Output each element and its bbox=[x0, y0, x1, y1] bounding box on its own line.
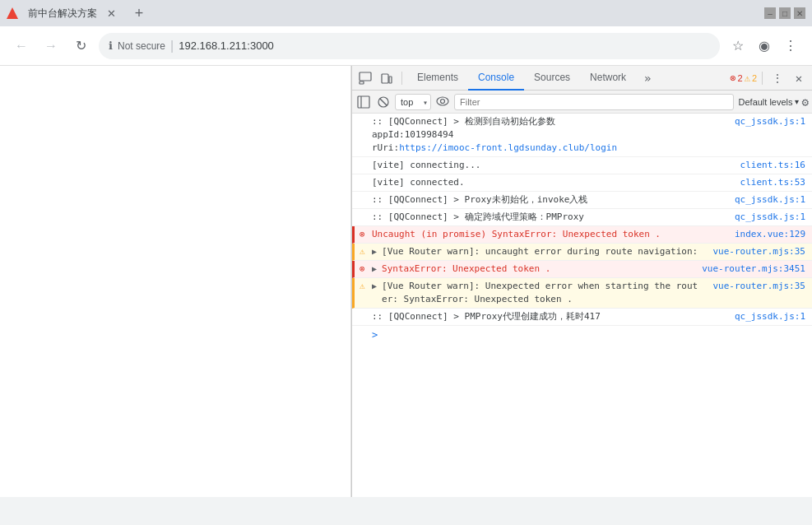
tab-console[interactable]: Console bbox=[468, 66, 524, 91]
forward-btn[interactable]: → bbox=[39, 35, 63, 58]
console-msg-3-source[interactable]: client.ts:53 bbox=[740, 176, 805, 189]
menu-btn[interactable]: ⋮ bbox=[779, 35, 802, 58]
profile-btn[interactable]: ◉ bbox=[753, 35, 776, 58]
console-msg-9: ⚠ ▶ [Vue Router warn]: Unexpected error … bbox=[352, 278, 812, 309]
devtools-tabs: Elements Console Sources Network » bbox=[407, 66, 728, 91]
console-msg-5: :: [QQConnect] > 确定跨域代理策略：PMProxy qc_jss… bbox=[352, 209, 812, 226]
tab-favicon bbox=[7, 7, 18, 19]
console-msg-1: :: [QQConnect] > 检测到自动初始化参数 appId:101998… bbox=[352, 114, 812, 157]
console-settings-btn[interactable]: ⚙ bbox=[802, 95, 809, 109]
device-toggle-btn[interactable] bbox=[377, 68, 397, 88]
svg-rect-3 bbox=[389, 77, 392, 83]
title-bar: 前中台解决方案 ✕ + – □ ✕ bbox=[0, 0, 812, 26]
devtools-panel: Elements Console Sources Network » ⊗ 2 ⚠… bbox=[351, 66, 812, 497]
svg-rect-2 bbox=[382, 74, 388, 83]
toolbar-sep2 bbox=[762, 72, 763, 85]
console-msg-10: :: [QQConnect] > PMProxy代理创建成功，耗时417 qc_… bbox=[352, 309, 812, 326]
tab-elements[interactable]: Elements bbox=[407, 66, 468, 91]
expand-btn-9[interactable]: ▶ bbox=[372, 280, 377, 293]
prompt-arrow: > bbox=[372, 329, 378, 341]
console-messages[interactable]: :: [QQConnect] > 检测到自动初始化参数 appId:101998… bbox=[352, 114, 812, 497]
console-msg-9-text: [Vue Router warn]: Unexpected error when… bbox=[382, 280, 703, 306]
console-msg-6-source[interactable]: index.vue:129 bbox=[735, 228, 805, 241]
console-msg-5-source[interactable]: qc_jssdk.js:1 bbox=[735, 211, 805, 224]
address-actions: ☆ ◉ ⋮ bbox=[726, 35, 802, 58]
console-msg-2-text: [vite] connecting... bbox=[372, 159, 731, 172]
console-msg-2-source[interactable]: client.ts:16 bbox=[740, 159, 805, 172]
back-btn[interactable]: ← bbox=[10, 35, 33, 58]
console-msg-1-source[interactable]: qc_jssdk.js:1 bbox=[735, 115, 805, 128]
svg-point-9 bbox=[441, 99, 445, 103]
console-msg-4-source[interactable]: qc_jssdk.js:1 bbox=[735, 193, 805, 207]
eye-icon[interactable] bbox=[436, 95, 449, 109]
warn-triangle-icon: ⚠ bbox=[745, 72, 750, 84]
context-select-wrap: top bbox=[395, 94, 431, 110]
expand-btn-7[interactable]: ▶ bbox=[372, 245, 377, 258]
expand-btn-8[interactable]: ▶ bbox=[372, 262, 377, 276]
url-display[interactable]: 192.168.1.211:3000 bbox=[179, 39, 274, 52]
console-msg-5-text: :: [QQConnect] > 确定跨域代理策略：PMProxy bbox=[372, 211, 725, 224]
maximize-btn[interactable]: □ bbox=[779, 7, 791, 19]
error-circle-icon: ⊗ bbox=[730, 72, 735, 84]
console-msg-8-source[interactable]: vue-router.mjs:3451 bbox=[702, 262, 805, 276]
msg-link[interactable]: https://imooc-front.lgdsunday.club/login bbox=[399, 142, 617, 153]
console-msg-8-text: SyntaxError: Unexpected token . bbox=[382, 262, 692, 276]
address-input-wrap[interactable]: ℹ Not secure | 192.168.1.211:3000 bbox=[99, 33, 720, 59]
devtools-more-btn[interactable]: ⋮ bbox=[768, 68, 787, 88]
console-msg-10-text: :: [QQConnect] > PMProxy代理创建成功，耗时417 bbox=[372, 310, 725, 323]
warn-icon-7: ⚠ bbox=[360, 245, 365, 258]
close-btn[interactable]: ✕ bbox=[794, 7, 805, 19]
security-icon: ℹ bbox=[109, 39, 113, 52]
default-levels-select[interactable]: Default levels ▾ bbox=[739, 97, 799, 107]
error-count[interactable]: 2 bbox=[738, 73, 743, 83]
tab-sources[interactable]: Sources bbox=[524, 66, 580, 91]
window-controls: – □ ✕ bbox=[764, 7, 805, 19]
tab-network[interactable]: Network bbox=[580, 66, 636, 91]
console-clear-btn[interactable] bbox=[375, 94, 392, 110]
more-tabs-btn[interactable]: » bbox=[638, 68, 657, 88]
console-msg-9-source[interactable]: vue-router.mjs:35 bbox=[712, 280, 805, 293]
svg-rect-4 bbox=[358, 96, 369, 108]
warn-count[interactable]: 2 bbox=[752, 73, 757, 83]
console-msg-2: [vite] connecting... client.ts:16 bbox=[352, 157, 812, 174]
inspect-element-btn[interactable] bbox=[355, 68, 375, 88]
devtools-close-btn[interactable]: ✕ bbox=[789, 68, 809, 88]
tab-close-btn[interactable]: ✕ bbox=[107, 7, 116, 20]
bookmark-btn[interactable]: ☆ bbox=[726, 35, 749, 58]
refresh-btn[interactable]: ↻ bbox=[69, 35, 92, 58]
url-separator: | bbox=[170, 39, 174, 53]
console-msg-3: [vite] connected. client.ts:53 bbox=[352, 174, 812, 192]
devtools-right-controls: ⊗ 2 ⚠ 2 ⋮ ✕ bbox=[730, 68, 809, 88]
minimize-btn[interactable]: – bbox=[764, 7, 776, 19]
not-secure-label: Not secure bbox=[118, 40, 165, 52]
console-msg-10-source[interactable]: qc_jssdk.js:1 bbox=[735, 310, 805, 323]
new-tab-btn[interactable]: + bbox=[129, 3, 149, 23]
console-prompt[interactable]: > bbox=[352, 326, 812, 344]
console-msg-4: :: [QQConnect] > Proxy未初始化，invoke入栈 qc_j… bbox=[352, 192, 812, 209]
console-msg-8: ⊗ ▶ SyntaxError: Unexpected token . vue-… bbox=[352, 261, 812, 278]
context-select[interactable]: top bbox=[395, 94, 431, 110]
console-msg-7-text: [Vue Router warn]: uncaught error during… bbox=[382, 245, 703, 258]
console-msg-1-text: :: [QQConnect] > 检测到自动初始化参数 appId:101998… bbox=[372, 115, 725, 155]
address-bar: ← → ↻ ℹ Not secure | 192.168.1.211:3000 … bbox=[0, 26, 812, 66]
console-msg-7: ⚠ ▶ [Vue Router warn]: uncaught error du… bbox=[352, 244, 812, 261]
console-filter-wrap: top Default levels ▾ bbox=[395, 94, 799, 110]
svg-rect-0 bbox=[360, 72, 371, 81]
error-icon-8: ⊗ bbox=[360, 262, 365, 276]
console-msg-6: ⊗ Uncaught (in promise) SyntaxError: Une… bbox=[352, 226, 812, 244]
console-msg-7-source[interactable]: vue-router.mjs:35 bbox=[712, 245, 805, 258]
svg-point-8 bbox=[437, 97, 448, 105]
error-icon-6: ⊗ bbox=[360, 228, 365, 241]
console-sidebar-toggle[interactable] bbox=[355, 94, 372, 110]
svg-line-7 bbox=[380, 99, 387, 105]
main-area: Elements Console Sources Network » ⊗ 2 ⚠… bbox=[0, 66, 812, 497]
devtools-toolbar: Elements Console Sources Network » ⊗ 2 ⚠… bbox=[352, 66, 812, 91]
toolbar-separator bbox=[401, 72, 402, 85]
svg-rect-1 bbox=[360, 81, 364, 84]
console-msg-4-text: :: [QQConnect] > Proxy未初始化，invoke入栈 bbox=[372, 193, 725, 207]
console-msg-6-text: Uncaught (in promise) SyntaxError: Unexp… bbox=[372, 228, 725, 241]
page-content bbox=[0, 66, 351, 497]
warn-icon-9: ⚠ bbox=[360, 280, 365, 293]
console-toolbar: top Default levels ▾ ⚙ bbox=[352, 91, 812, 114]
filter-input[interactable] bbox=[454, 94, 734, 110]
